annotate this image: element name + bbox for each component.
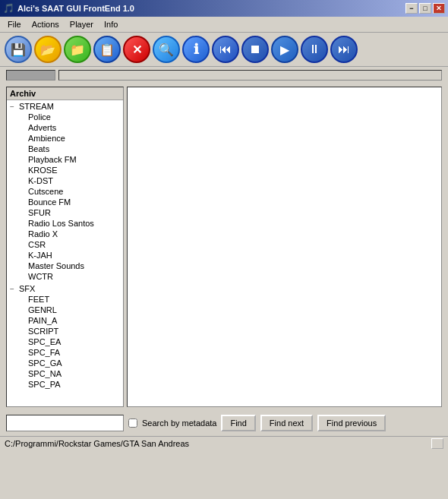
forward-button[interactable]: ⏭: [330, 36, 358, 63]
tree-node-sfx: − SFX FEET GENRL PAIN_A SCRIPT SPC_EA SP…: [7, 283, 123, 390]
search-by-metadata-label: Search by metadata: [142, 418, 216, 428]
tree-leaf-spc-fa[interactable]: SPC_FA: [7, 347, 123, 358]
search-by-metadata-checkbox[interactable]: [128, 418, 137, 428]
open-folder-button[interactable]: 📂: [34, 36, 62, 63]
status-bar-resize-grip: [431, 438, 443, 449]
tree-root-stream[interactable]: − STREAM: [7, 101, 123, 112]
find-button[interactable]: Find: [221, 415, 255, 431]
play-icon: ▶: [280, 43, 289, 57]
folder-add-icon: 📁: [70, 43, 85, 57]
tree-leaf-spc-na[interactable]: SPC_NA: [7, 368, 123, 379]
tree-leaf-feet[interactable]: FEET: [7, 294, 123, 305]
forward-icon: ⏭: [338, 43, 350, 56]
tree-leaf-krose[interactable]: KROSE: [7, 165, 123, 175]
menu-bar: File Actions Player Info: [0, 17, 448, 33]
find-previous-button[interactable]: Find previous: [317, 415, 386, 431]
window-title: Alci's SAAT GUI FrontEnd 1.0: [17, 4, 134, 13]
open-folder-icon: 📂: [40, 43, 55, 57]
tree-leaf-playbackfm[interactable]: Playback FM: [7, 154, 123, 165]
tree-leaf-wctr[interactable]: WCTR: [7, 271, 123, 282]
app-icon: 🎵: [3, 3, 14, 14]
rewind-icon: ⏮: [219, 43, 232, 56]
menu-file[interactable]: File: [3, 18, 26, 30]
main-content: Archiv − STREAM Police Adverts Ambience …: [0, 84, 448, 410]
tree-leaf-mastersounds[interactable]: Master Sounds: [7, 261, 123, 271]
tree-leaf-bouncefm[interactable]: Bounce FM: [7, 197, 123, 207]
tree-leaf-adverts[interactable]: Adverts: [7, 122, 123, 133]
tree-leaf-cutscene[interactable]: Cutscene: [7, 186, 123, 197]
sfx-children: FEET GENRL PAIN_A SCRIPT SPC_EA SPC_FA S…: [7, 294, 123, 390]
menu-info[interactable]: Info: [99, 18, 122, 30]
stream-label: STREAM: [19, 102, 54, 111]
toolbar: 💾 📂 📁 📋 ✕ 🔍 ℹ ⏮ ⏹ ▶ ⏸ ⏭: [0, 33, 448, 67]
progress-main: [58, 70, 442, 81]
pause-icon: ⏸: [308, 43, 320, 56]
tree-leaf-sfur[interactable]: SFUR: [7, 207, 123, 218]
tree-leaf-ambience[interactable]: Ambience: [7, 133, 123, 144]
progress-small: [6, 70, 55, 81]
save-button[interactable]: 💾: [5, 36, 32, 63]
tree-leaf-csr[interactable]: CSR: [7, 239, 123, 250]
info-button[interactable]: ℹ: [182, 36, 210, 63]
search-icon: 🔍: [159, 43, 174, 57]
tree-leaf-kjah[interactable]: K-JAH: [7, 250, 123, 261]
search-toolbar-button[interactable]: 🔍: [153, 36, 180, 63]
tree-leaf-kdst[interactable]: K-DST: [7, 175, 123, 186]
tree-leaf-spc-ea[interactable]: SPC_EA: [7, 336, 123, 347]
rewind-button[interactable]: ⏮: [212, 36, 239, 63]
progress-area: [0, 67, 448, 84]
stop-icon: ⏹: [249, 43, 261, 56]
close-button[interactable]: ✕: [433, 3, 445, 14]
status-path: C:/Programmi/Rockstar Games/GTA San Andr…: [5, 439, 189, 448]
sfx-label: SFX: [19, 284, 35, 293]
tree-panel[interactable]: Archiv − STREAM Police Adverts Ambience …: [6, 87, 124, 407]
tree-node-stream: − STREAM Police Adverts Ambience Beats P…: [7, 100, 123, 283]
title-bar-controls: − □ ✕: [405, 3, 445, 14]
tree-leaf-spc-ga[interactable]: SPC_GA: [7, 358, 123, 368]
pause-button[interactable]: ⏸: [301, 36, 328, 63]
save-icon: 💾: [11, 43, 26, 57]
tree-root-sfx[interactable]: − SFX: [7, 283, 123, 294]
tree-header: Archiv: [7, 87, 123, 100]
sfx-expand-icon: −: [10, 285, 19, 293]
search-input[interactable]: [6, 415, 124, 431]
folder-list-button[interactable]: 📋: [93, 36, 121, 63]
delete-button[interactable]: ✕: [123, 36, 150, 63]
play-button[interactable]: ▶: [271, 36, 298, 63]
bottom-bar: Search by metadata Find Find next Find p…: [0, 410, 448, 436]
maximize-button[interactable]: □: [419, 3, 431, 14]
tree-leaf-script[interactable]: SCRIPT: [7, 326, 123, 336]
tree-leaf-spc-pa[interactable]: SPC_PA: [7, 379, 123, 390]
right-panel: [127, 87, 442, 407]
menu-player[interactable]: Player: [65, 18, 98, 30]
tree-leaf-radiox[interactable]: Radio X: [7, 229, 123, 239]
folder-list-icon: 📋: [99, 43, 115, 57]
stream-children: Police Adverts Ambience Beats Playback F…: [7, 112, 123, 282]
menu-actions[interactable]: Actions: [27, 18, 64, 30]
title-bar: 🎵 Alci's SAAT GUI FrontEnd 1.0 − □ ✕: [0, 0, 448, 17]
info-icon: ℹ: [194, 41, 199, 58]
tree-leaf-paina[interactable]: PAIN_A: [7, 315, 123, 326]
tree-leaf-radiolossantos[interactable]: Radio Los Santos: [7, 218, 123, 229]
delete-icon: ✕: [132, 43, 142, 57]
minimize-button[interactable]: −: [405, 3, 418, 14]
stop-button[interactable]: ⏹: [241, 36, 269, 63]
stream-expand-icon: −: [10, 103, 19, 111]
tree-leaf-genrl[interactable]: GENRL: [7, 305, 123, 315]
title-bar-left: 🎵 Alci's SAAT GUI FrontEnd 1.0: [3, 3, 134, 14]
status-bar: C:/Programmi/Rockstar Games/GTA San Andr…: [0, 436, 448, 450]
tree-leaf-police[interactable]: Police: [7, 112, 123, 122]
find-next-button[interactable]: Find next: [260, 415, 313, 431]
folder-add-button[interactable]: 📁: [64, 36, 91, 63]
tree-leaf-beats[interactable]: Beats: [7, 144, 123, 154]
